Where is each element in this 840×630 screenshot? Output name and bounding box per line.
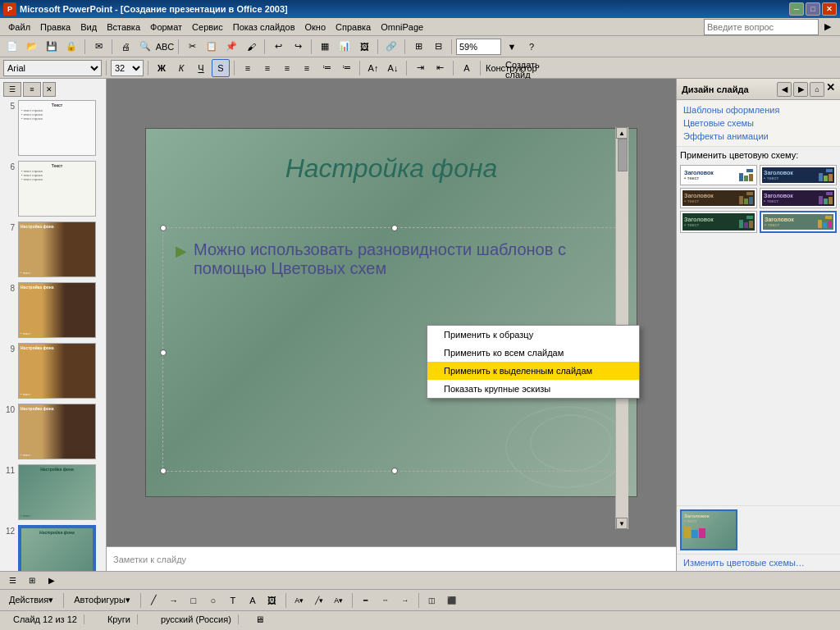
insert-clip[interactable]: 🖼 <box>355 38 373 56</box>
menu-help[interactable]: Справка <box>331 21 376 34</box>
scroll-thumb[interactable] <box>618 139 628 171</box>
bullets-button[interactable]: ≔ <box>317 59 336 77</box>
help-button[interactable]: ? <box>523 38 541 56</box>
design-button[interactable]: Конструктор <box>485 59 503 77</box>
italic-button[interactable]: К <box>172 59 190 77</box>
templates-link[interactable]: Шаблоны оформления <box>680 103 837 116</box>
slide-thumb-10[interactable]: 10 Настройка фона • текст <box>3 404 103 459</box>
normal-view-btn[interactable]: ☰ <box>3 573 21 589</box>
cut-button[interactable]: ✂ <box>183 38 201 56</box>
collapse-button[interactable]: ⊟ <box>429 38 447 56</box>
draw-arrow-style[interactable]: → <box>396 591 414 609</box>
menu-file[interactable]: Файл <box>3 21 35 34</box>
draw-line[interactable]: ╱ <box>145 591 163 609</box>
format-painter[interactable]: 🖌 <box>242 38 260 56</box>
new-button[interactable]: 📄 <box>3 38 21 56</box>
align-left-button[interactable]: ≡ <box>239 59 257 77</box>
indent-less[interactable]: ⇤ <box>431 59 449 77</box>
panel-close-btn[interactable]: ✕ <box>43 82 56 97</box>
menu-tools[interactable]: Сервис <box>187 21 228 34</box>
slide-thumb-11[interactable]: 11 Настройка фона • текст <box>3 464 103 520</box>
menu-edit[interactable]: Правка <box>35 21 75 34</box>
slideshow-btn[interactable]: ▶ <box>43 573 61 589</box>
notes-area[interactable]: Заметки к слайду <box>107 546 676 571</box>
minimize-button[interactable]: ─ <box>789 2 804 16</box>
color-scheme-6[interactable]: Заголовок • текст <box>760 211 837 233</box>
draw-line-style[interactable]: ━ <box>357 591 375 609</box>
slide-thumb-5[interactable]: 5 Текст • текст строка• текст строка• те… <box>3 100 103 156</box>
underline-button[interactable]: Ч <box>192 59 210 77</box>
close-button[interactable]: ✕ <box>822 2 837 16</box>
slide-canvas[interactable]: Настройка фона ▶ Можно использовать разн… <box>145 128 637 497</box>
open-button[interactable]: 📂 <box>23 38 41 56</box>
help-search-input[interactable] <box>704 19 819 35</box>
selected-scheme-thumb[interactable]: Заголовок • текст <box>680 509 737 550</box>
preview-button[interactable]: 🔍 <box>136 38 154 56</box>
scroll-up-btn[interactable]: ▲ <box>616 127 628 139</box>
redo-button[interactable]: ↪ <box>289 38 307 56</box>
draw-shadow[interactable]: ◫ <box>423 591 441 609</box>
align-center-button[interactable]: ≡ <box>258 59 276 77</box>
draw-3d[interactable]: ⬛ <box>443 591 461 609</box>
menu-omnipage[interactable]: OmniPage <box>376 21 428 34</box>
ctx-show-large[interactable]: Показать крупные эскизы <box>427 380 639 398</box>
zoom-input[interactable] <box>456 39 501 55</box>
font-selector[interactable]: Arial <box>3 60 102 76</box>
permission-button[interactable]: 🔒 <box>62 38 80 56</box>
zoom-dropdown[interactable]: ▼ <box>503 38 521 56</box>
draw-arrow[interactable]: → <box>165 591 183 609</box>
color-schemes-link[interactable]: Цветовые схемы <box>680 116 837 130</box>
color-scheme-4[interactable]: Заголовок • текст <box>760 188 837 208</box>
ctx-apply-selected[interactable]: Применить к выделенным слайдам <box>427 362 639 380</box>
insert-chart[interactable]: 📊 <box>336 38 354 56</box>
indent-more[interactable]: ⇥ <box>411 59 429 77</box>
new-slide-button[interactable]: Создать слайд <box>504 59 523 77</box>
save-button[interactable]: 💾 <box>43 38 61 56</box>
change-schemes-link[interactable]: Изменить цветовые схемы… <box>680 555 808 571</box>
color-scheme-scroll[interactable]: Заголовок • текст <box>677 162 840 505</box>
copy-button[interactable]: 📋 <box>203 38 221 56</box>
panel-back-btn[interactable]: ◀ <box>777 82 792 97</box>
draw-ellipse[interactable]: ○ <box>204 591 222 609</box>
scroll-down-btn[interactable]: ▼ <box>616 518 628 529</box>
menu-format[interactable]: Формат <box>145 21 187 34</box>
slide-view-btn[interactable]: ☰ <box>3 82 21 97</box>
draw-font-color[interactable]: A▾ <box>330 591 348 609</box>
animation-link[interactable]: Эффекты анимации <box>680 130 837 143</box>
shadow-button[interactable]: S <box>212 59 230 77</box>
slide-thumb-12[interactable]: 12 Настройка фона ▶ Можно использ... <box>3 525 103 571</box>
draw-wordart[interactable]: A <box>244 591 262 609</box>
ctx-apply-all[interactable]: Применить ко всем слайдам <box>427 344 639 362</box>
menu-window[interactable]: Окно <box>300 21 331 34</box>
slide-thumb-8[interactable]: 8 Настройка фона • текст <box>3 282 103 338</box>
restore-button[interactable]: □ <box>806 2 820 16</box>
numbering-button[interactable]: ≔ <box>337 59 355 77</box>
color-scheme-3[interactable]: Заголовок • текст <box>680 188 757 208</box>
font-color-button[interactable]: A <box>458 59 476 77</box>
color-scheme-5[interactable]: Заголовок • текст <box>680 211 757 233</box>
expand-button[interactable]: ⊞ <box>409 38 427 56</box>
color-scheme-1[interactable]: Заголовок • текст <box>680 165 757 185</box>
draw-textbox[interactable]: T <box>224 591 242 609</box>
menu-slideshow[interactable]: Показ слайдов <box>228 21 300 34</box>
insert-table[interactable]: ▦ <box>316 38 334 56</box>
font-size-dec[interactable]: A↓ <box>384 59 402 77</box>
draw-dash-style[interactable]: ╌ <box>377 591 395 609</box>
print-button[interactable]: 🖨 <box>116 38 135 56</box>
ctx-apply-template[interactable]: Применить к образцу <box>427 326 639 344</box>
panel-forward-btn[interactable]: ▶ <box>793 82 808 97</box>
draw-line-color[interactable]: ╱▾ <box>310 591 328 609</box>
size-selector[interactable]: 32 <box>111 60 144 76</box>
panel-close-button[interactable]: ✕ <box>826 82 835 97</box>
spell-button[interactable]: ABC <box>156 38 174 56</box>
font-size-inc[interactable]: A↑ <box>364 59 382 77</box>
slide-sorter-btn[interactable]: ⊞ <box>23 573 41 589</box>
slide-thumb-7[interactable]: 7 Настройка фона • текст <box>3 221 103 277</box>
slide-thumb-6[interactable]: 6 Текст • текст строка• текст строка• те… <box>3 161 103 217</box>
hyperlink-button[interactable]: 🔗 <box>382 38 400 56</box>
draw-clipart[interactable]: 🖼 <box>263 591 281 609</box>
outline-view-btn[interactable]: ≡ <box>23 82 41 97</box>
autoshapes-button[interactable]: Автофигуры▾ <box>68 591 136 609</box>
draw-rect[interactable]: □ <box>185 591 203 609</box>
help-search-button[interactable]: ▶ <box>819 18 837 36</box>
